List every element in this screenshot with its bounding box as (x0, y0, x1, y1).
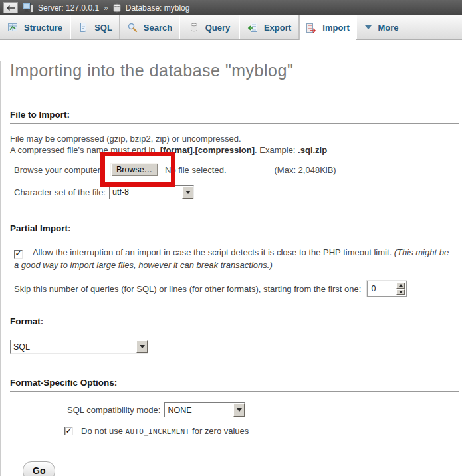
tab-search[interactable]: Search (120, 15, 179, 39)
tab-label: Search (144, 23, 172, 33)
chevron-down-icon (365, 25, 372, 29)
charset-row: Character set of the file: utf-8 (10, 185, 460, 199)
auto-increment-checkbox[interactable]: ✓ (64, 427, 73, 435)
filename-format-text: A compressed file's name must end in .[f… (10, 145, 460, 155)
structure-icon (7, 22, 18, 33)
tab-label: SQL (94, 23, 112, 33)
auto-increment-option-row: ✓ Do not use AUTO_INCREMENT for zero val… (64, 426, 460, 436)
query-icon (189, 22, 199, 33)
browse-button[interactable]: Browse… (110, 163, 158, 176)
tab-label: Query (205, 23, 231, 33)
section-heading-format: Format: (10, 316, 459, 330)
auto-increment-text: Do not use AUTO_INCREMENT for zero value… (81, 426, 249, 436)
skip-queries-value: 0 (368, 281, 395, 296)
search-icon (127, 22, 138, 33)
sql-icon (78, 22, 88, 33)
spinner-buttons (395, 281, 406, 296)
tab-label: Structure (24, 23, 62, 33)
compression-info-text: File may be compressed (gzip, bzip2, zip… (10, 134, 460, 144)
page-title: Importing into the database "myblog" (10, 61, 460, 80)
breadcrumb-separator: » (104, 3, 108, 13)
dropdown-arrow-icon (233, 403, 245, 417)
charset-label: Character set of the file: (14, 187, 109, 197)
spinner-up-button[interactable] (396, 283, 405, 289)
main-content: Importing into the database "myblog" Fil… (0, 61, 462, 476)
tab-label: More (378, 23, 398, 33)
skip-queries-label: Skip this number of queries (for SQL) or… (14, 284, 361, 294)
tab-label: Import (322, 23, 349, 33)
no-file-selected-text: No file selected. (165, 165, 227, 175)
tab-bar: Structure SQL Search Query Ex (0, 15, 462, 40)
charset-select[interactable]: utf-8 (109, 185, 194, 199)
tab-more[interactable]: More (356, 15, 407, 39)
sql-compatibility-label: SQL compatibility mode: (67, 405, 160, 415)
format-select[interactable]: SQL (10, 340, 148, 354)
sql-compatibility-select[interactable]: NONE (164, 402, 245, 417)
export-icon (247, 22, 258, 33)
database-icon (113, 3, 121, 13)
spinner-down-button[interactable] (396, 289, 405, 295)
checkmark-icon: ✓ (65, 427, 72, 435)
format-selected-value: SQL (11, 342, 136, 352)
tab-structure[interactable]: Structure (0, 15, 70, 39)
dropdown-arrow-icon (182, 186, 193, 199)
file-upload-row: Browse your computer: Browse… No file se… (10, 162, 460, 177)
back-button[interactable] (3, 2, 18, 13)
allow-interrupt-text: Allow the interruption of an import in c… (33, 247, 394, 257)
tab-sql[interactable]: SQL (70, 15, 120, 39)
tab-label: Export (264, 23, 291, 33)
skip-queries-row: Skip this number of queries (for SQL) or… (10, 281, 460, 297)
breadcrumb-bar: Server: 127.0.0.1 » Database: myblog (0, 0, 462, 15)
import-icon (306, 23, 316, 33)
browse-label: Browse your computer: (14, 165, 109, 175)
tab-import[interactable]: Import (299, 15, 356, 40)
tab-export[interactable]: Export (239, 15, 299, 39)
dropdown-arrow-icon (136, 340, 148, 353)
breadcrumb-server[interactable]: Server: 127.0.0.1 (38, 3, 99, 13)
breadcrumb-database[interactable]: Database: myblog (126, 3, 190, 13)
arrow-up-icon (399, 284, 403, 287)
tab-query[interactable]: Query (179, 15, 239, 39)
allow-interrupt-checkbox[interactable]: ✓ (14, 250, 23, 259)
checkmark-icon: ✓ (15, 249, 21, 257)
section-heading-partial-import: Partial Import: (10, 223, 459, 237)
section-heading-file-to-import: File to Import: (10, 110, 459, 124)
charset-selected-value: utf-8 (110, 187, 182, 197)
sql-compatibility-row: SQL compatibility mode: NONE (67, 402, 460, 417)
server-icon (23, 3, 33, 13)
skip-queries-input[interactable]: 0 (367, 281, 407, 297)
max-upload-size-text: (Max: 2,048KiB) (275, 165, 336, 175)
arrow-down-icon (399, 291, 403, 293)
sql-compatibility-value: NONE (165, 406, 233, 415)
go-button[interactable]: Go (23, 461, 55, 476)
section-heading-format-specific-options: Format-Specific Options: (10, 378, 459, 392)
back-arrow-icon (6, 5, 15, 11)
allow-interrupt-option: ✓ Allow the interruption of an import in… (10, 246, 460, 271)
